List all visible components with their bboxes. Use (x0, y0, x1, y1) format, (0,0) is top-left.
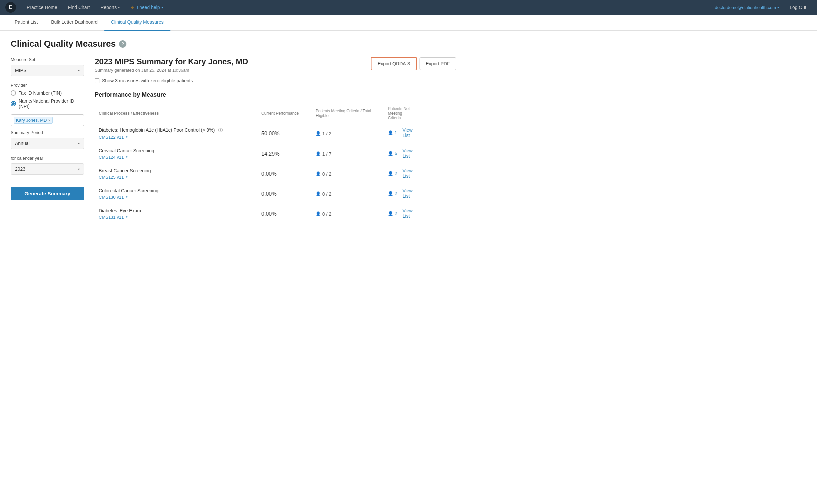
nav-right: doctordemo@elationhealth.com ▾ Log Out (709, 0, 812, 15)
external-link-icon: ↗ (125, 135, 128, 139)
not-meeting-cell-3: 👤 2 View List (384, 184, 398, 203)
info-icon[interactable]: ⓘ (218, 127, 223, 133)
performance-section-title: Performance by Measure (95, 91, 456, 98)
cms-link-2[interactable]: CMS125 v11 ↗ (99, 175, 253, 180)
cms-link-1[interactable]: CMS124 v11 ↗ (99, 155, 253, 160)
page-help-icon[interactable]: ? (119, 40, 126, 48)
export-qrda-button[interactable]: Export QRDA-3 (371, 57, 417, 70)
person-icon-blue: 👤 (388, 130, 393, 135)
view-list-link-1[interactable]: View List (402, 148, 413, 159)
measures-table: Clinical Process / Effectiveness Current… (95, 104, 456, 224)
external-link-icon: ↗ (125, 175, 128, 179)
table-row: Diabetes: Eye ExamCMS131 v11 ↗0.00% 👤 0 … (95, 204, 456, 224)
meeting-cell-0: 👤 1 / 2 (311, 123, 384, 144)
page-content: Clinical Quality Measures ? Measure Set … (0, 31, 467, 232)
meeting-value: 👤 0 / 2 (315, 191, 380, 197)
table-row: Diabetes: Hemoglobin A1c (HbA1c) Poor Co… (95, 123, 456, 144)
summary-period-label: Summary Period (11, 130, 84, 135)
page-title: Clinical Quality Measures (11, 39, 116, 49)
person-icon: 👤 (315, 151, 321, 156)
nav-email[interactable]: doctordemo@elationhealth.com ▾ (709, 0, 784, 15)
measure-name-text: Diabetes: Hemoglobin A1c (HbA1c) Poor Co… (99, 127, 215, 133)
meeting-value: 👤 0 / 2 (315, 171, 380, 177)
sub-nav-cqm[interactable]: Clinical Quality Measures (104, 15, 170, 31)
not-meeting-value: 👤 2 (388, 171, 397, 176)
not-meeting-cell-2: 👤 2 View List (384, 164, 398, 183)
summary-title-block: 2023 MIPS Summary for Kary Jones, MD Sum… (95, 57, 248, 73)
table-row: Breast Cancer ScreeningCMS125 v11 ↗0.00%… (95, 164, 456, 184)
provider-input-container[interactable]: Kary Jones, MD × (11, 114, 84, 126)
performance-value: 14.29% (261, 151, 279, 157)
nav-practice-home[interactable]: Practice Home (21, 0, 63, 15)
reports-caret-icon: ▾ (118, 6, 120, 9)
provider-tag-name: Kary Jones, MD (16, 118, 47, 123)
radio-tin[interactable]: Tax ID Number (TIN) (11, 90, 84, 96)
measure-cell-3: Colorectal Cancer ScreeningCMS130 v11 ↗ (95, 184, 257, 204)
performance-value: 50.00% (261, 131, 279, 136)
not-meeting-cell-1: 👤 6 View List (384, 144, 398, 163)
person-icon: 👤 (315, 191, 321, 196)
page-title-row: Clinical Quality Measures ? (11, 39, 456, 49)
warning-icon: ⚠ (130, 5, 135, 10)
performance-cell-0: 50.00% (257, 123, 312, 144)
summary-title: 2023 MIPS Summary for Kary Jones, MD (95, 57, 248, 66)
nav-i-need-help[interactable]: ⚠ I need help ▾ (125, 0, 168, 15)
cms-link-0[interactable]: CMS122 v11 ↗ (99, 135, 253, 140)
meeting-value: 👤 1 / 2 (315, 131, 380, 136)
radio-tin-label: Tax ID Number (TIN) (19, 90, 62, 96)
external-link-icon: ↗ (125, 215, 128, 219)
person-icon-blue: 👤 (388, 171, 393, 176)
measure-set-caret-icon: ▾ (78, 69, 80, 72)
performance-value: 0.00% (261, 211, 276, 217)
sidebar: Measure Set MIPS ▾ Provider Tax ID Numbe… (11, 57, 84, 224)
nav-reports[interactable]: Reports ▾ (95, 0, 125, 15)
calendar-year-label: for calendar year (11, 156, 84, 161)
sub-nav: Patient List Bulk Letter Dashboard Clini… (0, 15, 817, 31)
not-meeting-cell-0: 👤 1 View List (384, 123, 398, 142)
view-list-link-0[interactable]: View List (402, 127, 413, 138)
show-zero-label: Show 3 measures with zero eligible patie… (102, 78, 193, 83)
view-list-link-2[interactable]: View List (402, 168, 413, 179)
measure-set-value: MIPS (15, 68, 26, 73)
meeting-cell-4: 👤 0 / 2 (311, 204, 384, 224)
nav-logout[interactable]: Log Out (784, 0, 812, 15)
summary-period-dropdown[interactable]: Annual ▾ (11, 138, 84, 149)
help-caret-icon: ▾ (161, 6, 163, 9)
person-icon: 👤 (315, 171, 321, 176)
col-header-performance: Current Performance (257, 104, 312, 123)
person-icon: 👤 (315, 211, 321, 216)
sub-nav-patient-list[interactable]: Patient List (8, 15, 44, 31)
person-icon-blue: 👤 (388, 191, 393, 196)
export-pdf-button[interactable]: Export PDF (420, 57, 456, 70)
provider-tag-remove[interactable]: × (48, 118, 50, 122)
not-meeting-value: 👤 1 (388, 130, 397, 135)
radio-npi[interactable]: Name/National Provider ID (NPI) (11, 98, 84, 109)
cms-link-4[interactable]: CMS131 v11 ↗ (99, 215, 253, 220)
performance-cell-2: 0.00% (257, 164, 312, 184)
view-list-link-4[interactable]: View List (402, 208, 413, 219)
app-logo: E (5, 2, 16, 13)
person-icon-blue: 👤 (388, 211, 393, 216)
radio-npi-circle (11, 101, 16, 106)
sub-nav-bulk-letter[interactable]: Bulk Letter Dashboard (44, 15, 104, 31)
col-header-category: Clinical Process / Effectiveness (95, 104, 257, 123)
meeting-cell-1: 👤 1 / 7 (311, 144, 384, 164)
nav-find-chart[interactable]: Find Chart (63, 0, 95, 15)
generate-summary-button[interactable]: Generate Summary (11, 187, 84, 200)
measure-cell-0: Diabetes: Hemoglobin A1c (HbA1c) Poor Co… (95, 123, 257, 144)
summary-header: 2023 MIPS Summary for Kary Jones, MD Sum… (95, 57, 456, 73)
performance-value: 0.00% (261, 171, 276, 177)
provider-radio-group: Tax ID Number (TIN) Name/National Provid… (11, 90, 84, 109)
meeting-cell-3: 👤 0 / 2 (311, 184, 384, 204)
show-zero-checkbox[interactable] (95, 78, 99, 83)
meeting-value: 👤 0 / 2 (315, 211, 380, 217)
person-icon-blue: 👤 (388, 151, 393, 156)
calendar-year-dropdown[interactable]: 2023 ▾ (11, 163, 84, 175)
table-header-row: Clinical Process / Effectiveness Current… (95, 104, 456, 123)
meeting-cell-2: 👤 0 / 2 (311, 164, 384, 184)
not-meeting-cell-4: 👤 2 View List (384, 204, 398, 223)
cms-link-3[interactable]: CMS130 v11 ↗ (99, 195, 253, 200)
export-buttons: Export QRDA-3 Export PDF (371, 57, 456, 70)
measure-set-dropdown[interactable]: MIPS ▾ (11, 65, 84, 76)
view-list-link-3[interactable]: View List (402, 188, 413, 199)
